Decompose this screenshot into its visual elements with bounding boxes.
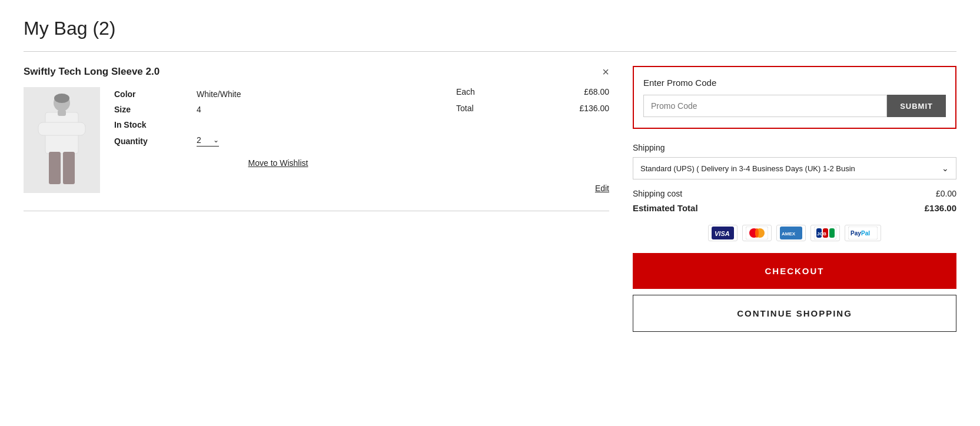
svg-text:Pal: Pal	[861, 230, 870, 237]
price-info: Each £68.00 Total £136.00	[456, 87, 609, 113]
stock-status: In Stock	[114, 120, 442, 129]
promo-submit-button[interactable]: SUBMIT	[887, 95, 946, 117]
page-container: My Bag (2) Swiftly Tech Long Sleeve 2.0 …	[0, 0, 980, 426]
quantity-label: Quantity	[114, 137, 161, 146]
svg-point-1	[54, 94, 69, 103]
edit-item-button[interactable]: Edit	[595, 184, 609, 193]
cart-item-bottom-divider	[24, 211, 609, 211]
product-silhouette	[32, 90, 91, 190]
color-label: Color	[114, 89, 161, 99]
color-row: Color White/White	[114, 89, 442, 99]
svg-rect-5	[63, 152, 75, 184]
main-layout: Swiftly Tech Long Sleeve 2.0 ×	[24, 66, 956, 332]
each-label: Each	[456, 87, 475, 96]
promo-code-box: Enter Promo Code SUBMIT	[633, 66, 956, 129]
item-name: Swiftly Tech Long Sleeve 2.0	[24, 66, 160, 78]
paypal-icon: Pay Pal	[845, 225, 881, 241]
shipping-cost-label: Shipping cost	[633, 189, 682, 198]
size-value: 4	[197, 105, 201, 114]
svg-point-12	[755, 228, 759, 238]
quantity-row: Quantity 2 ⌄	[114, 135, 442, 147]
item-price-col: Each £68.00 Total £136.00 Edit	[456, 87, 609, 193]
svg-text:VISA: VISA	[715, 230, 730, 237]
shipping-option-text: Standard (UPS) ( Delivery in 3-4 Busines…	[640, 164, 942, 173]
page-title: My Bag (2)	[24, 18, 956, 39]
size-row: Size 4	[114, 105, 442, 114]
shipping-cost-value: £0.00	[936, 189, 956, 198]
move-to-wishlist-button[interactable]: Move to Wishlist	[114, 158, 442, 168]
svg-rect-3	[38, 122, 85, 135]
svg-text:AMEX: AMEX	[782, 231, 796, 237]
promo-title: Enter Promo Code	[643, 78, 946, 88]
jcb-icon: JCB	[810, 225, 840, 241]
remove-item-button[interactable]: ×	[602, 66, 609, 78]
svg-rect-18	[829, 228, 835, 238]
shipping-label: Shipping	[633, 143, 956, 152]
color-value: White/White	[197, 89, 241, 99]
quantity-selector[interactable]: 2 ⌄	[197, 135, 219, 147]
item-details: Color White/White Size 4 In Stock Quanti…	[114, 87, 442, 193]
total-label: Total	[456, 104, 474, 113]
sidebar-section: Enter Promo Code SUBMIT Shipping Standar…	[633, 66, 956, 332]
estimated-total-row: Estimated Total £136.00	[633, 203, 956, 213]
quantity-chevron-icon[interactable]: ⌄	[213, 136, 219, 144]
item-body-row: Color White/White Size 4 In Stock Quanti…	[24, 87, 609, 193]
checkout-button[interactable]: CHECKOUT	[633, 253, 956, 289]
svg-text:JCB: JCB	[817, 231, 826, 237]
svg-text:Pay: Pay	[851, 230, 861, 237]
visa-icon: VISA	[708, 225, 738, 241]
promo-code-input[interactable]	[643, 95, 887, 117]
item-header: Swiftly Tech Long Sleeve 2.0 ×	[24, 66, 609, 78]
continue-shopping-button[interactable]: CONTINUE SHOPPING	[633, 295, 956, 332]
shipping-section: Shipping Standard (UPS) ( Delivery in 3-…	[633, 143, 956, 179]
estimated-total-value: £136.00	[925, 203, 956, 213]
shipping-selector[interactable]: Standard (UPS) ( Delivery in 3-4 Busines…	[633, 157, 956, 179]
total-price: £136.00	[579, 104, 609, 113]
total-price-row: Total £136.00	[456, 104, 609, 113]
svg-rect-6	[58, 110, 66, 116]
item-content: Color White/White Size 4 In Stock Quanti…	[24, 87, 442, 193]
cart-item: Swiftly Tech Long Sleeve 2.0 ×	[24, 66, 609, 211]
promo-input-row: SUBMIT	[643, 95, 946, 117]
item-image	[24, 87, 100, 193]
amex-icon: AMEX	[776, 225, 806, 241]
shipping-cost-row: Shipping cost £0.00	[633, 189, 956, 198]
size-label: Size	[114, 105, 161, 114]
header-divider	[24, 51, 956, 52]
payment-icons-row: VISA AMEX	[633, 225, 956, 241]
shipping-chevron-icon: ⌄	[942, 164, 949, 173]
cart-section: Swiftly Tech Long Sleeve 2.0 ×	[24, 66, 609, 332]
quantity-value: 2	[197, 135, 208, 145]
estimated-total-label: Estimated Total	[633, 203, 698, 213]
each-price-row: Each £68.00	[456, 87, 609, 96]
each-price: £68.00	[584, 87, 609, 96]
svg-rect-4	[49, 152, 61, 184]
mastercard-icon	[742, 225, 772, 241]
